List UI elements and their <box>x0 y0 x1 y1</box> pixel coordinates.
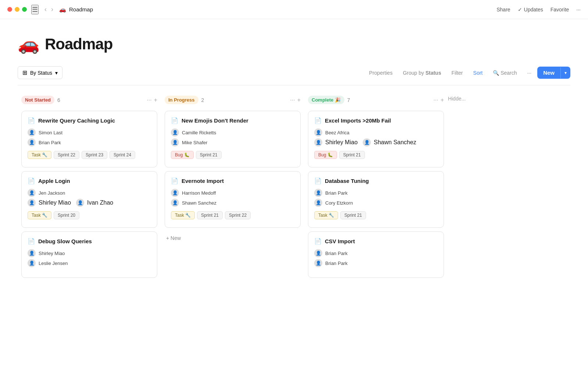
assignee-name: Mike Shafer <box>182 140 207 145</box>
titlebar-left: ☰ ‹ › 🚗 Roadmap <box>7 5 93 14</box>
assignee-name: Ivan Zhao <box>87 199 113 206</box>
doc-icon: 📄 <box>314 177 322 184</box>
assignee-row: 👤 Shirley Miao 👤 Ivan Zhao <box>28 199 151 207</box>
assignee-name: Leslie Jensen <box>39 261 68 266</box>
tag-bug: Bug 🐛 <box>171 151 194 159</box>
avatar: 👤 <box>314 199 322 207</box>
assignee-name: Brian Park <box>325 261 348 266</box>
tag-sprint: Sprint 24 <box>110 151 135 159</box>
tag-sprint: Sprint 21 <box>196 151 222 159</box>
new-button-caret[interactable]: ▾ <box>560 67 570 78</box>
by-status-label: By Status <box>30 70 52 76</box>
check-icon: ✓ <box>518 7 522 13</box>
titlebar-right: Share ✓ Updates Favorite ··· <box>496 7 581 13</box>
forward-button[interactable]: › <box>50 6 55 13</box>
toolbar-more-button[interactable]: ··· <box>523 67 536 78</box>
assignee-name: Beez Africa <box>325 130 349 135</box>
column-complete: Complete 🎉 7 ··· + 📄 Excel Imports >20Mb… <box>304 94 448 282</box>
assignee-name: Harrison Medoff <box>182 190 216 196</box>
minimize-button[interactable] <box>15 7 19 12</box>
card-new-emojis[interactable]: 📄 New Emojis Don't Render 👤 Camille Rick… <box>165 111 301 167</box>
card-csv-import[interactable]: 📄 CSV Import 👤 Brian Park 👤 Brian Park <box>308 231 444 278</box>
assignee-name: Shawn Sanchez <box>374 139 416 146</box>
updates-button[interactable]: Updates <box>524 7 543 13</box>
assignee: 👤 Harrison Medoff <box>171 189 294 197</box>
new-button-group: New ▾ <box>537 67 570 79</box>
card-title-text: CSV Import <box>325 238 355 244</box>
back-button[interactable]: ‹ <box>43 6 48 13</box>
card-tags: Task 🔧 Sprint 21 Sprint 22 <box>171 211 294 219</box>
assignee-name: Camille Ricketts <box>182 130 216 135</box>
card-title-text: Rewrite Query Caching Logic <box>38 117 115 124</box>
tag-sprint: Sprint 21 <box>197 211 223 219</box>
assignee: 👤 Beez Africa <box>314 128 438 137</box>
updates-section: ✓ Updates <box>518 7 543 13</box>
card-tags: Bug 🐛 Sprint 21 <box>171 151 294 159</box>
group-by-prefix: Group by <box>403 70 424 76</box>
by-status-button[interactable]: ⊞ By Status ▾ <box>18 66 62 79</box>
status-badge-not-started: Not Started <box>21 96 54 104</box>
close-button[interactable] <box>7 7 12 12</box>
tag-task: Task 🔧 <box>171 211 195 219</box>
assignee-name: Jen Jackson <box>39 190 65 196</box>
doc-icon: 📄 <box>171 177 178 184</box>
maximize-button[interactable] <box>22 7 27 12</box>
group-by-button[interactable]: Group by Status <box>398 67 445 78</box>
column-add-not-started[interactable]: + <box>154 97 157 103</box>
more-options-button[interactable]: ··· <box>576 7 581 13</box>
card-assignees: 👤 Shirley Miao 👤 Leslie Jensen <box>28 249 151 267</box>
main-content: 🚗 Roadmap ⊞ By Status ▾ Properties Group… <box>0 19 588 289</box>
card-database-tuning[interactable]: 📄 Database Tuning 👤 Brian Park 👤 Cory Et… <box>308 171 444 228</box>
page-emoji-large: 🚗 <box>18 34 40 54</box>
search-button[interactable]: 🔍 Search <box>488 67 521 78</box>
properties-button[interactable]: Properties <box>365 67 397 78</box>
assignee-row: 👤 Shirley Miao 👤 Shawn Sanchez <box>314 138 438 146</box>
chevron-down-icon: ▾ <box>55 70 58 76</box>
card-title-text: Evernote Import <box>182 178 224 184</box>
column-more-in-progress[interactable]: ··· <box>290 97 295 103</box>
add-new-in-progress-button[interactable]: + New <box>165 231 301 245</box>
favorite-button[interactable]: Favorite <box>551 7 569 13</box>
card-apple-login[interactable]: 📄 Apple Login 👤 Jen Jackson 👤 Shirley Mi… <box>21 171 157 228</box>
column-in-progress: In Progress 2 ··· + 📄 New Emojis Don't R… <box>161 94 304 282</box>
card-title-text: Database Tuning <box>325 178 369 184</box>
filter-button[interactable]: Filter <box>447 67 467 78</box>
new-button[interactable]: New <box>537 67 560 79</box>
avatar: 👤 <box>28 259 36 267</box>
column-count-complete: 7 <box>347 97 350 103</box>
card-title-text: Apple Login <box>38 178 70 184</box>
assignee: 👤 Mike Shafer <box>171 138 294 146</box>
card-assignees: 👤 Simon Last 👤 Brian Park <box>28 128 151 146</box>
column-more-not-started[interactable]: ··· <box>147 97 151 103</box>
page-emoji-small: 🚗 <box>59 6 66 13</box>
assignee: 👤 Shawn Sanchez <box>171 199 294 207</box>
assignee: 👤 Brian Park <box>314 249 438 257</box>
card-title-text: Debug Slow Queries <box>38 238 92 244</box>
card-excel-imports[interactable]: 📄 Excel Imports >20Mb Fail 👤 Beez Africa… <box>308 111 444 167</box>
share-button[interactable]: Share <box>496 7 510 13</box>
assignee: 👤 Shirley Miao <box>28 249 151 257</box>
card-title: 📄 Excel Imports >20Mb Fail <box>314 117 438 124</box>
column-add-complete[interactable]: + <box>441 97 444 103</box>
column-add-in-progress[interactable]: + <box>297 97 301 103</box>
card-title-text: New Emojis Don't Render <box>182 117 248 124</box>
avatar: 👤 <box>76 199 84 207</box>
card-assignees: 👤 Brian Park 👤 Brian Park <box>314 249 438 267</box>
column-header-complete: Complete 🎉 7 ··· + <box>308 94 444 106</box>
doc-icon: 📄 <box>314 117 322 124</box>
tag-task: Task 🔧 <box>314 211 338 219</box>
group-by-value: Status <box>426 70 441 76</box>
column-more-complete[interactable]: ··· <box>433 97 438 103</box>
sort-button[interactable]: Sort <box>469 67 487 78</box>
page-title: Roadmap <box>45 35 112 53</box>
card-rewrite-query[interactable]: 📄 Rewrite Query Caching Logic 👤 Simon La… <box>21 111 157 167</box>
assignee: 👤 Brian Park <box>28 138 151 146</box>
card-debug-slow-queries[interactable]: 📄 Debug Slow Queries 👤 Shirley Miao 👤 Le… <box>21 231 157 278</box>
tag-task: Task 🔧 <box>28 211 51 219</box>
avatar: 👤 <box>314 138 322 146</box>
traffic-lights <box>7 7 27 12</box>
sidebar-toggle[interactable]: ☰ <box>31 5 39 14</box>
card-assignees: 👤 Beez Africa 👤 Shirley Miao 👤 Shawn San… <box>314 128 438 146</box>
avatar: 👤 <box>171 199 179 207</box>
card-evernote-import[interactable]: 📄 Evernote Import 👤 Harrison Medoff 👤 Sh… <box>165 171 301 228</box>
